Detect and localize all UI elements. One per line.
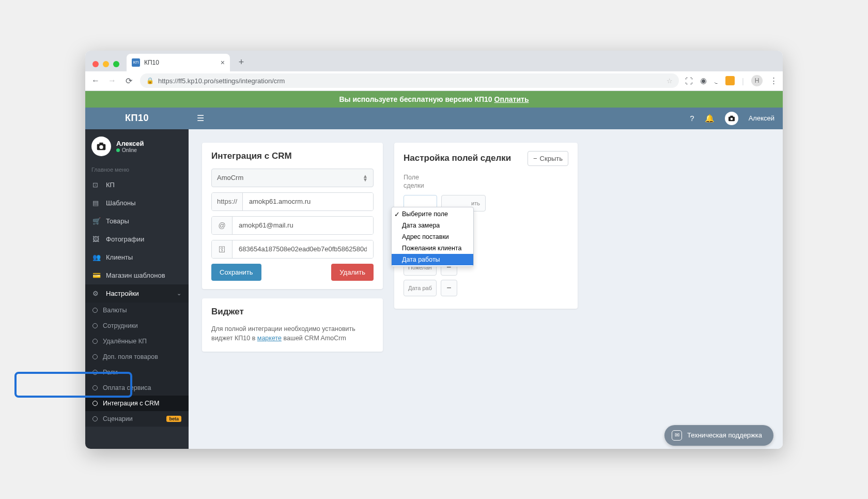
url-text: https://ff5.kp10.pro/settings/integratio… <box>158 77 285 85</box>
camera-icon <box>96 141 107 152</box>
minimize-window-button[interactable] <box>103 61 109 67</box>
svg-point-1 <box>99 145 103 148</box>
app-viewport: Вы используете бесплатную версию КП10 Оп… <box>85 91 783 449</box>
help-icon[interactable]: ? <box>690 114 694 123</box>
profile-avatar[interactable]: Н <box>751 75 763 86</box>
browser-tab-bar: КП КП10 × + <box>85 51 783 71</box>
close-window-button[interactable] <box>92 61 99 67</box>
remove-field-button[interactable]: − <box>441 280 457 296</box>
bookmark-star-icon[interactable]: ☆ <box>667 77 673 85</box>
sidebar-sub-staff[interactable]: Сотрудники <box>85 318 189 334</box>
sidebar-sub-currency[interactable]: Валюты <box>85 303 189 318</box>
crm-domain-row: https:// <box>211 192 374 211</box>
dropdown-option-placeholder[interactable]: ✓Выберите поле <box>392 208 473 220</box>
browser-address-bar: ← → ⟳ 🔒 https://ff5.kp10.pro/settings/in… <box>85 71 783 91</box>
at-icon: @ <box>212 217 233 234</box>
promo-banner: Вы используете бесплатную версию КП10 Оп… <box>85 91 783 108</box>
deal-field-label: Полесделки <box>404 173 568 190</box>
ext-orange-icon[interactable] <box>725 76 735 85</box>
svg-rect-2 <box>99 142 103 144</box>
dropdown-option[interactable]: Пожелания клиента <box>392 243 473 254</box>
crm-card-title: Интеграция с CRM <box>211 151 374 161</box>
promo-pay-link[interactable]: Оплатить <box>494 95 529 103</box>
forward-button[interactable]: → <box>107 76 117 85</box>
browser-menu-icon[interactable]: ⋮ <box>770 76 778 85</box>
ext-camera-icon[interactable]: ◉ <box>700 76 707 85</box>
widget-card-title: Виджет <box>211 307 374 317</box>
maximize-window-button[interactable] <box>113 61 119 67</box>
topbar-username[interactable]: Алексей <box>749 114 774 122</box>
svg-rect-5 <box>730 115 733 117</box>
crm-select[interactable]: AmoCrm ▲▼ <box>211 169 374 187</box>
support-label: Техническая поддержка <box>687 431 762 439</box>
sidebar-item-settings[interactable]: ⚙Настройки⌄ <box>85 284 189 303</box>
sidebar-sub-extra-fields[interactable]: Доп. поля товаров <box>85 349 189 365</box>
crm-integration-card: Интеграция с CRM AmoCrm ▲▼ https:// <box>202 143 383 289</box>
chevron-down-icon: ⌄ <box>177 290 181 297</box>
sidebar-item-shop[interactable]: 💳Магазин шаблонов <box>85 266 189 284</box>
ext-icon[interactable]: ⛶ <box>685 77 693 85</box>
crm-email-input[interactable] <box>233 217 373 234</box>
save-button[interactable]: Сохранить <box>211 264 261 281</box>
widget-card: Виджет Для полной интеграции необходимо … <box>202 298 383 352</box>
topbar-avatar[interactable] <box>725 112 738 125</box>
dropdown-option-highlighted[interactable]: Дата работы <box>392 254 473 265</box>
menu-toggle-icon[interactable]: ☰ <box>197 113 204 123</box>
check-icon: ✓ <box>394 210 400 218</box>
reload-button[interactable]: ⟳ <box>123 76 134 86</box>
sidebar-item-photos[interactable]: 🖼Фотографии <box>85 230 189 248</box>
dropdown-option[interactable]: Адрес поставки <box>392 231 473 243</box>
support-widget[interactable]: ✉ Техническая поддержка <box>664 425 773 446</box>
promo-text: Вы используете бесплатную версию КП10 <box>339 95 492 103</box>
sidebar-item-goods[interactable]: 🛒Товары <box>85 212 189 230</box>
user-avatar <box>91 137 111 156</box>
select-updown-icon: ▲▼ <box>363 174 368 182</box>
sidebar-sub-deleted[interactable]: Удалённые КП <box>85 334 189 349</box>
money-icon: ⊡ <box>92 181 101 189</box>
crm-domain-input[interactable] <box>243 193 373 210</box>
proto-prefix: https:// <box>212 193 243 210</box>
brand-text: КП10 <box>125 113 149 124</box>
minus-icon: − <box>533 155 537 162</box>
sidebar-sub-roles[interactable]: Роли <box>85 365 189 380</box>
new-tab-button[interactable]: + <box>234 55 249 70</box>
beta-badge: beta <box>166 416 181 422</box>
key-icon: ⚿ <box>212 240 233 258</box>
main-area: ☰ ? 🔔 Алексей <box>189 108 783 449</box>
cart-icon: 🛒 <box>92 217 101 225</box>
brand-logo[interactable]: КП10 <box>85 108 189 129</box>
deal-fields-title: Настройка полей сделки <box>404 153 511 163</box>
hide-button[interactable]: −Скрыть <box>528 151 568 166</box>
back-button[interactable]: ← <box>90 76 101 85</box>
envelope-icon: ✉ <box>672 430 682 441</box>
tab-title: КП10 <box>144 59 159 66</box>
gear-icon: ⚙ <box>92 290 101 297</box>
sidebar-item-clients[interactable]: 👥Клиенты <box>85 248 189 266</box>
field-chip-date[interactable]: Дата раб <box>404 280 437 296</box>
svg-point-4 <box>730 117 733 120</box>
dropdown-option[interactable]: Дата замера <box>392 220 473 231</box>
crm-key-input[interactable] <box>233 240 373 258</box>
lock-icon: 🔒 <box>146 77 154 84</box>
browser-tab[interactable]: КП КП10 × <box>127 54 230 71</box>
sidebar-user-block[interactable]: Алексей Online <box>85 129 189 163</box>
sidebar-sub-payment[interactable]: Оплата сервиса <box>85 380 189 396</box>
sidebar-item-kp[interactable]: ⊡КП <box>85 176 189 194</box>
sidebar-sub-scenarios[interactable]: Сценарииbeta <box>85 411 189 427</box>
market-link[interactable]: маркете <box>257 335 282 342</box>
field-dropdown[interactable]: ✓Выберите поле Дата замера Адрес поставк… <box>391 207 474 267</box>
bell-icon[interactable]: 🔔 <box>705 114 715 123</box>
close-tab-icon[interactable]: × <box>221 58 225 67</box>
card-icon: 💳 <box>92 271 101 279</box>
sidebar-sub-crm[interactable]: Интеграция с CRM <box>85 396 189 411</box>
sidebar-submenu: Валюты Сотрудники Удалённые КП Доп. поля… <box>85 303 189 427</box>
delete-button[interactable]: Удалить <box>331 264 374 281</box>
ext-icon[interactable]: ⦦ <box>714 77 718 85</box>
crm-email-row: @ <box>211 216 374 235</box>
content-grid: Интеграция с CRM AmoCrm ▲▼ https:// <box>189 129 783 366</box>
url-input[interactable]: 🔒 https://ff5.kp10.pro/settings/integrat… <box>140 73 679 88</box>
crm-key-row: ⚿ <box>211 240 374 259</box>
tab-favicon: КП <box>132 58 140 67</box>
sidebar-item-templates[interactable]: ▤Шаблоны <box>85 194 189 212</box>
users-icon: 👥 <box>92 253 101 261</box>
